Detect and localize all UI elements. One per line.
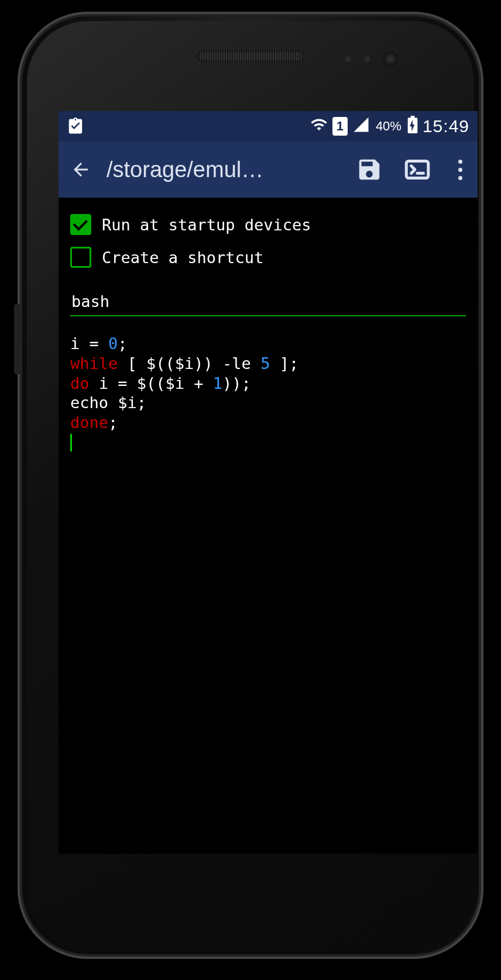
run-at-startup-label: Run at startup devices [102,216,311,234]
code-line[interactable]: i = 0; [70,334,466,354]
code-line[interactable]: do i = $(($i + 1)); [70,374,466,394]
text-cursor [70,434,72,451]
wifi-icon [310,116,328,137]
create-shortcut-option[interactable]: Create a shortcut [70,241,466,274]
code-line[interactable]: while [ $(($i)) -le 5 ]; [70,354,466,374]
back-button[interactable] [69,158,92,181]
speaker-grille [197,50,304,62]
battery-percent: 40% [376,119,402,134]
status-bar: 1 40% 15:49 [59,111,478,142]
overflow-menu-button[interactable] [448,160,472,180]
checkbox-unchecked-icon[interactable] [70,247,91,268]
status-clock: 15:49 [423,116,469,136]
app-bar: /storage/emul… [59,142,478,198]
signal-icon [352,116,370,137]
clipboard-icon [67,118,84,135]
sim-badge: 1 [332,117,348,136]
language-input[interactable]: bash [70,289,466,316]
code-line[interactable]: echo $i; [70,393,466,413]
phone-frame: 1 40% 15:49 /storage/emul… [18,12,483,959]
battery-charging-icon [407,116,418,137]
side-button [14,304,20,374]
content-area: Run at startup devices Create a shortcut… [59,198,478,854]
code-line[interactable]: done; [70,413,466,433]
screen: 1 40% 15:49 /storage/emul… [59,111,478,854]
page-title: /storage/emul… [107,157,338,182]
sensor-cluster [345,51,398,67]
checkbox-checked-icon[interactable] [70,214,91,235]
code-editor[interactable]: i = 0;while [ $(($i)) -le 5 ];do i = $((… [70,334,466,854]
create-shortcut-label: Create a shortcut [102,249,263,267]
run-at-startup-option[interactable]: Run at startup devices [70,208,466,241]
svg-rect-0 [406,161,428,178]
save-button[interactable] [352,153,386,187]
run-terminal-button[interactable] [400,153,434,187]
